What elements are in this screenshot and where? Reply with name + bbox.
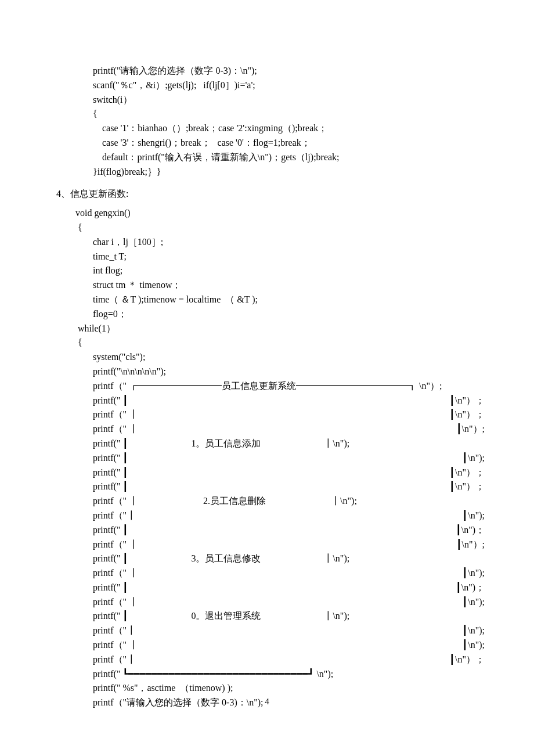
menu-box-row: printf(" ┃┃\n")； bbox=[49, 581, 485, 595]
code-line: { bbox=[49, 221, 485, 235]
menu-box-row: printf(" ┃┃\n")； bbox=[49, 523, 485, 538]
code-line: while(1） bbox=[49, 322, 485, 336]
menu-box-row: printf（"┃┃\n"）； bbox=[49, 653, 485, 667]
code-line: { bbox=[49, 336, 485, 350]
menu-item-3: printf(" ┃ 3。员工信息修改 ┃\n"); bbox=[49, 552, 485, 566]
code-line: time_t T; bbox=[49, 250, 485, 264]
code-line: system("cls"); bbox=[49, 350, 485, 365]
menu-box-row: printf(" ┃┃\n"）； bbox=[49, 394, 485, 408]
menu-box-row: printf（" ┃┃\n"）； bbox=[49, 408, 485, 422]
menu-title: ━━━━━━━━━员工信息更新系统━━━━━━━━━━━━┓ \n"）; bbox=[138, 379, 442, 394]
menu-item-0: printf(" ┃ 0。退出管理系统 ┃\n"); bbox=[49, 609, 485, 624]
code-line: printf("\n\n\n\n\n"); bbox=[49, 365, 485, 379]
code-line: { bbox=[49, 107, 485, 121]
code-line: }if(flog)break;｝} bbox=[49, 165, 485, 179]
menu-box-row: printf（" ┃┃\n"）; bbox=[49, 538, 485, 552]
code-line: default：printf("输入有误，请重新输入\n")；gets（lj);… bbox=[49, 150, 485, 165]
code-line: time（ ＆T );timenow = localtime （ &T ); bbox=[49, 293, 485, 307]
code-line: scanf("％c"，&i）;gets(lj); if(lj[0］)i='a'; bbox=[49, 78, 485, 93]
page-number: 4 bbox=[0, 697, 534, 707]
menu-box-row: printf（" ┃┃\n"); bbox=[49, 566, 485, 581]
menu-item-1: printf(" ┃ 1。员工信息添加 ┃\n"); bbox=[49, 437, 485, 451]
menu-item-2: printf（" ┃ 2.员工信息删除 ┃\n"); bbox=[49, 494, 485, 509]
menu-box-row: printf（" ┃┃\n"); bbox=[49, 595, 485, 610]
code-line: flog=0； bbox=[49, 307, 485, 322]
code-line: void gengxin() bbox=[49, 206, 485, 221]
menu-box-bottom: printf(" ┗━━━━━━━━━━━━━━━━━━━━━━━━━━━━━━… bbox=[49, 667, 485, 682]
section-heading: 4、信息更新函数: bbox=[49, 187, 485, 201]
menu-box-row: printf(" ┃┃\n"）； bbox=[49, 466, 485, 480]
menu-box-row: printf(" ┃┃\n"); bbox=[49, 451, 485, 466]
menu-box-row: printf（"┃┃\n"); bbox=[49, 624, 485, 638]
document-page: printf("请输入您的选择（数字 0-3)：\n"); scanf("％c"… bbox=[0, 0, 534, 756]
code-line: printf("请输入您的选择（数字 0-3)：\n"); bbox=[49, 64, 485, 78]
code-line: case '3'：shengri()；break； case '0'：flog=… bbox=[49, 136, 485, 150]
code-line: case '1'：bianhao（）;break；case '2':xingmi… bbox=[49, 121, 485, 136]
printf-prefix: printf（" ┏ bbox=[93, 379, 138, 394]
menu-box-row: printf（" ┃┃\n"）; bbox=[49, 422, 485, 437]
menu-box-top: printf（" ┏━━━━━━━━━员工信息更新系统━━━━━━━━━━━━┓… bbox=[49, 379, 485, 394]
code-line: printf(" %s"，asctime （timenow) ); bbox=[49, 681, 485, 696]
code-line: int flog; bbox=[49, 264, 485, 278]
menu-box-row: printf（" ┃┃\n"); bbox=[49, 638, 485, 653]
code-line: char i，lj［100］; bbox=[49, 235, 485, 250]
menu-box-row: printf（"┃┃\n"); bbox=[49, 509, 485, 523]
menu-box-row: printf(" ┃┃\n"）； bbox=[49, 480, 485, 494]
code-line: struct tm ＊ timenow； bbox=[49, 278, 485, 293]
code-line: switch(i） bbox=[49, 93, 485, 107]
